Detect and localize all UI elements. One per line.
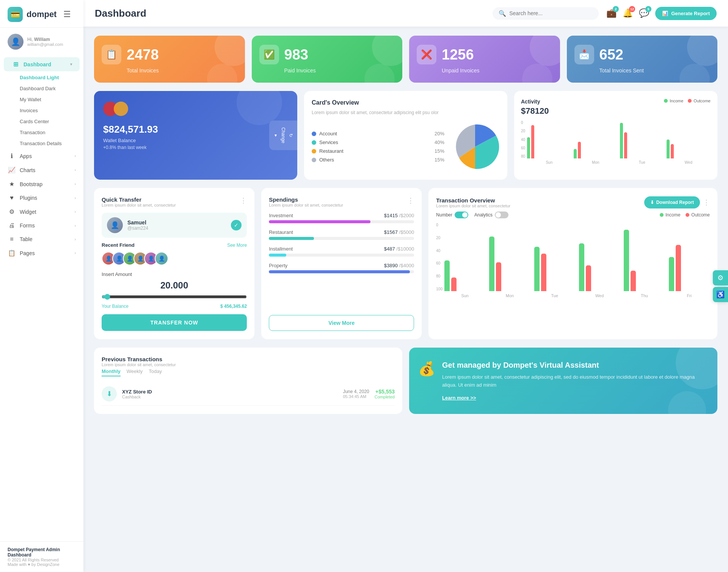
tab-today[interactable]: Today	[149, 368, 162, 376]
toggle-knob	[462, 212, 468, 218]
sidebar-item-forms[interactable]: 🖨 Forms ›	[0, 219, 83, 232]
sidebar-item-label: Widget	[20, 209, 71, 215]
activity-card: Activity Income Outcome $78120	[514, 91, 717, 180]
page-title: Dashboard	[95, 8, 485, 19]
bell-badge: 12	[629, 6, 635, 12]
search-icon: 🔍	[499, 10, 506, 17]
sidebar-footer: Dompet Payment Admin Dashboard © 2021 Al…	[0, 541, 83, 572]
paid-invoices-icon: ✅	[259, 45, 279, 64]
user-email: william@gmail.com	[27, 42, 63, 47]
toggle-knob	[496, 212, 501, 218]
avatar: 👤	[8, 34, 24, 50]
sidebar-sub-dashboard-light[interactable]: Dashboard Light	[0, 72, 83, 83]
generate-report-button[interactable]: 📊 Generate Report	[655, 7, 717, 20]
total-invoices-label: Total Invoices	[127, 67, 237, 74]
sidebar-sub-cards-center[interactable]: Cards Center	[0, 116, 83, 127]
bar-mon-income	[574, 149, 577, 158]
sidebar-sub-dashboard-dark[interactable]: Dashboard Dark	[0, 83, 83, 94]
sidebar: 💳 dompet ☰ 👤 Hi, William william@gmail.c…	[0, 0, 83, 572]
sidebar-sub-my-wallet[interactable]: My Wallet	[0, 94, 83, 105]
charts-icon: 📈	[8, 166, 16, 174]
sidebar-item-label: Bootstrap	[20, 181, 71, 187]
dashboard-icon: ⊞	[11, 61, 20, 68]
friend-avatar-6[interactable]: 👤	[155, 252, 168, 265]
to-bar-wed-income	[579, 243, 584, 291]
spending-restaurant: Restaurant $1567 /$5000	[269, 229, 414, 240]
sidebar-item-bootstrap[interactable]: ★ Bootstrap ›	[0, 177, 83, 191]
sidebar-sub-transaction-details[interactable]: Transaction Details	[0, 138, 83, 149]
pie-chart	[450, 122, 500, 171]
quick-transfer-card: Quick Transfer Lorem ipsum dolor sit ame…	[94, 188, 254, 339]
tab-monthly[interactable]: Monthly	[102, 368, 121, 376]
header-icons: 💼 2 🔔 12 💬 5 📊 Generate Report	[606, 7, 717, 20]
recent-friend-label: Recent Friend	[102, 242, 135, 248]
stat-card-paid: ✅ 983 Paid Invoices	[252, 36, 403, 83]
pages-icon: 📋	[8, 249, 16, 257]
amount-display: 20.000	[102, 280, 247, 291]
wallet-icon-badge[interactable]: 💼 2	[606, 8, 617, 18]
sidebar-sub-transaction[interactable]: Transaction	[0, 127, 83, 138]
previous-transactions-card: Previous Transactions Lorem ipsum dolor …	[94, 348, 402, 414]
sidebar-item-plugins[interactable]: ♥ Plugins ›	[0, 191, 83, 205]
cards-overview-card: Card's Overview Lorem ipsum dolor sit am…	[304, 91, 507, 180]
legend-item-restaurant: Restaurant 15%	[312, 148, 444, 154]
see-more-link[interactable]: See More	[227, 243, 247, 248]
bottom-row: Quick Transfer Lorem ipsum dolor sit ame…	[94, 188, 717, 339]
more-options-icon[interactable]: ⋮	[240, 196, 247, 205]
chevron-right-icon: ›	[75, 251, 76, 255]
user-greeting: Hi, William	[27, 37, 63, 42]
apps-icon: ℹ	[8, 152, 16, 160]
quick-transfer-subtitle: Lorem ipsum dolor sit amet, consectetur	[102, 203, 176, 207]
to-bar-sun-outcome	[451, 277, 457, 291]
sidebar-item-label: Table	[20, 236, 71, 242]
balance-label: Your Balance	[102, 304, 129, 309]
transaction-type: Cashback	[122, 395, 337, 399]
tab-weekly[interactable]: Weekly	[127, 368, 143, 376]
legend-item-services: Services 40%	[312, 139, 444, 145]
va-learn-more-link[interactable]: Learn more >>	[442, 395, 476, 401]
spending-property: Property $3890 /$4000	[269, 263, 414, 273]
view-more-button[interactable]: View More	[269, 315, 414, 331]
transaction-name: XYZ Store ID	[122, 389, 337, 395]
transfer-now-button[interactable]: TRANSFER NOW	[102, 314, 247, 331]
sidebar-item-widget[interactable]: ⚙ Widget ›	[0, 205, 83, 219]
forms-icon: 🖨	[8, 222, 16, 229]
sidebar-item-pages[interactable]: 📋 Pages ›	[0, 246, 83, 260]
sidebar-item-dashboard[interactable]: ⊞ Dashboard ▾	[4, 57, 80, 71]
to-bar-fri-outcome	[676, 245, 681, 291]
hamburger-icon[interactable]: ☰	[60, 9, 71, 19]
chevron-right-icon: ›	[75, 182, 76, 186]
total-invoices-icon: 📋	[102, 45, 121, 64]
number-toggle[interactable]	[455, 212, 468, 218]
amount-slider[interactable]	[102, 294, 247, 300]
transaction-overview-subtitle: Lorem ipsum dolor sit amet, consectetur	[436, 204, 510, 208]
va-icon: 💰	[418, 361, 435, 377]
to-more-icon[interactable]: ⋮	[703, 198, 710, 207]
transaction-status: Completed	[375, 395, 395, 399]
search-input[interactable]	[509, 10, 593, 16]
sidebar-sub-invoices[interactable]: Invoices	[0, 105, 83, 116]
to-bar-fri-income	[669, 257, 674, 291]
chevron-right-icon: ›	[75, 168, 76, 172]
to-bar-sun-income	[444, 260, 450, 291]
sidebar-item-apps[interactable]: ℹ Apps ›	[0, 149, 83, 163]
sidebar-item-label: Apps	[20, 153, 71, 159]
floating-accessibility-button[interactable]: ♿	[713, 287, 728, 302]
transaction-amount: +$5,553	[375, 389, 395, 395]
wallet-change-button[interactable]: ↻ Change ▾	[269, 121, 297, 150]
qt-check-icon: ✓	[231, 220, 242, 230]
floating-settings-button[interactable]: ⚙	[713, 270, 728, 285]
prev-transactions-subtitle: Lorem ipsum dolor sit amet, consectetur	[102, 362, 176, 367]
sidebar-item-table[interactable]: ≡ Table ›	[0, 232, 83, 246]
gear-icon: ⚙	[717, 274, 723, 282]
activity-title: Activity	[521, 99, 540, 105]
download-report-button[interactable]: ⬇ Download Report	[644, 196, 700, 208]
analytics-toggle[interactable]	[495, 212, 508, 218]
transaction-icon: ⬇	[102, 386, 117, 401]
sidebar-item-charts[interactable]: 📈 Charts ›	[0, 163, 83, 177]
activity-bars	[527, 121, 711, 158]
spendings-more-icon[interactable]: ⋮	[407, 196, 414, 205]
bell-icon-badge[interactable]: 🔔 12	[623, 8, 633, 18]
header: Dashboard 🔍 💼 2 🔔 12 💬 5 📊 Generate Repo…	[83, 0, 728, 27]
chat-icon-badge[interactable]: 💬 5	[639, 8, 649, 18]
